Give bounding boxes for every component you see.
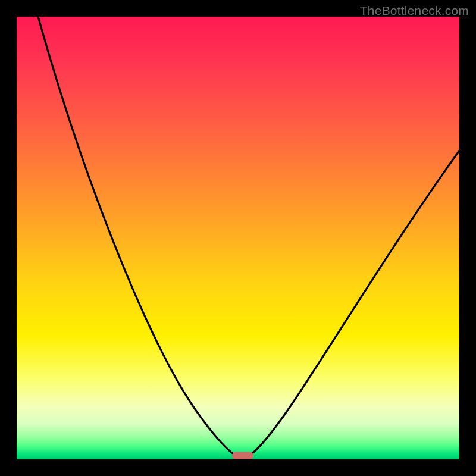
- curve-layer: [17, 17, 459, 459]
- right-curve: [249, 151, 459, 456]
- bottleneck-marker: [232, 452, 253, 460]
- chart-frame: TheBottleneck.com: [0, 0, 476, 476]
- plot-area: [17, 17, 459, 459]
- left-curve: [38, 17, 236, 456]
- watermark-text: TheBottleneck.com: [360, 4, 469, 18]
